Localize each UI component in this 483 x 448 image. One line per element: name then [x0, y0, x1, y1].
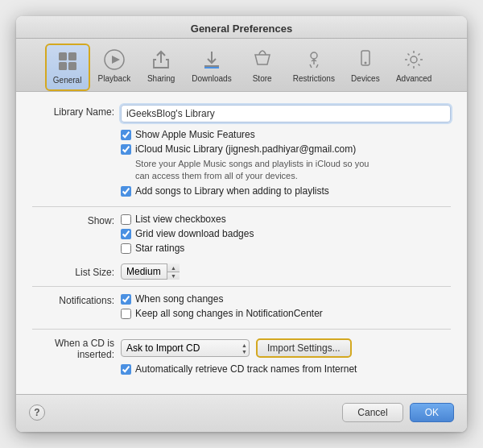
general-icon [55, 48, 80, 74]
tab-playback[interactable]: Playback [92, 44, 138, 91]
sharing-icon [148, 47, 174, 73]
tab-store-label: Store [253, 74, 272, 83]
options-row: Show Apple Music Features iCloud Music L… [32, 129, 451, 201]
when-song-checkbox[interactable] [121, 294, 131, 305]
tab-restrictions-label: Restrictions [293, 74, 335, 83]
devices-icon [353, 47, 378, 73]
tab-advanced[interactable]: Advanced [390, 44, 438, 91]
cd-select-wrap: Ask to Import CD Begin Playing Import CD… [121, 339, 250, 357]
grid-view-row: Grid view download badges [121, 228, 451, 239]
list-size-stepper: ▲ ▼ [167, 263, 180, 280]
svg-point-8 [364, 61, 366, 64]
tab-restrictions[interactable]: Restrictions [287, 44, 341, 91]
keep-all-label: Keep all song changes in NotificationCen… [135, 308, 323, 319]
library-name-label: Library Name: [32, 105, 121, 118]
show-content: List view checkboxes Grid view download … [121, 214, 451, 257]
svg-rect-0 [59, 52, 67, 60]
show-apple-music-checkbox[interactable] [121, 130, 131, 140]
keep-all-row: Keep all song changes in NotificationCen… [121, 308, 451, 319]
icloud-checkbox[interactable] [121, 144, 131, 155]
tab-downloads[interactable]: Downloads [185, 44, 237, 91]
list-view-label: List view checkboxes [135, 214, 226, 225]
downloads-icon [199, 47, 225, 73]
icloud-label: iCloud Music Library (jignesh.padhiyar@g… [135, 143, 356, 155]
show-row: Show: List view checkboxes Grid view dow… [32, 214, 451, 257]
when-song-row: When song changes [121, 293, 451, 305]
stepper-up[interactable]: ▲ [167, 263, 180, 272]
star-ratings-checkbox[interactable] [121, 243, 131, 254]
svg-point-9 [411, 56, 417, 63]
tab-general[interactable]: General [45, 44, 90, 91]
auto-retrieve-checkbox[interactable] [121, 364, 131, 375]
store-icon [250, 47, 275, 73]
tab-advanced-label: Advanced [396, 74, 431, 83]
ok-button[interactable]: OK [410, 403, 454, 422]
grid-view-label: Grid view download badges [135, 228, 254, 239]
titlebar: General Preferences [16, 16, 467, 39]
restrictions-icon [301, 47, 327, 73]
icloud-row: iCloud Music Library (jignesh.padhiyar@g… [121, 143, 451, 155]
tab-devices-label: Devices [351, 74, 380, 83]
notifications-row: Notifications: When song changes Keep al… [32, 293, 451, 322]
svg-point-6 [311, 52, 317, 59]
svg-rect-2 [59, 62, 67, 70]
cd-select[interactable]: Ask to Import CD Begin Playing Import CD… [121, 339, 250, 357]
list-size-row: List Size: Small Medium Large ▲ ▼ [32, 263, 451, 280]
advanced-icon [401, 47, 427, 73]
tab-general-label: General [53, 76, 82, 85]
cd-label: When a CD is inserted: [32, 336, 121, 360]
cd-content: Ask to Import CD Begin Playing Import CD… [121, 338, 451, 358]
notifications-label: Notifications: [32, 293, 121, 306]
tab-sharing-label: Sharing [147, 74, 175, 83]
show-apple-music-row: Show Apple Music Features [121, 129, 451, 140]
icloud-desc: Store your Apple Music songs and playlis… [135, 158, 451, 183]
add-songs-checkbox[interactable] [121, 186, 131, 197]
svg-rect-1 [68, 52, 76, 60]
cancel-button[interactable]: Cancel [342, 403, 402, 422]
bottom-bar: ? Cancel OK [16, 394, 467, 432]
window-title: General Preferences [191, 23, 292, 35]
library-name-row: Library Name: [32, 105, 451, 122]
preferences-window: General Preferences General Playb [16, 16, 467, 433]
list-size-content: Small Medium Large ▲ ▼ [121, 263, 451, 280]
auto-retrieve-label: Automatically retrieve CD track names fr… [135, 363, 357, 375]
divider-2 [32, 286, 451, 287]
show-apple-music-label: Show Apple Music Features [135, 129, 255, 140]
svg-marker-5 [112, 56, 120, 64]
add-songs-row: Add songs to Library when adding to play… [121, 185, 451, 197]
playback-icon [101, 47, 127, 73]
auto-retrieve-checkbox-row: Automatically retrieve CD track names fr… [121, 363, 451, 375]
content-area: Library Name: Show Apple Music Features … [16, 92, 467, 395]
help-button[interactable]: ? [29, 404, 45, 421]
keep-all-checkbox[interactable] [121, 309, 131, 319]
tab-sharing[interactable]: Sharing [138, 44, 184, 91]
options-content: Show Apple Music Features iCloud Music L… [121, 129, 451, 201]
when-song-label: When song changes [135, 293, 223, 305]
list-size-label: List Size: [32, 265, 121, 278]
notifications-content: When song changes Keep all song changes … [121, 293, 451, 322]
list-size-select-wrap: Small Medium Large ▲ ▼ [121, 263, 180, 280]
library-name-input[interactable] [121, 105, 451, 122]
tab-devices[interactable]: Devices [343, 44, 388, 91]
svg-rect-3 [68, 62, 76, 70]
tab-playback-label: Playback [98, 74, 131, 83]
star-ratings-label: Star ratings [135, 243, 184, 254]
stepper-down[interactable]: ▼ [167, 272, 180, 280]
library-name-content [121, 105, 451, 122]
auto-retrieve-row: Automatically retrieve CD track names fr… [32, 363, 451, 378]
divider-3 [32, 329, 451, 330]
cd-inserted-row: When a CD is inserted: Ask to Import CD … [32, 336, 451, 360]
list-view-row: List view checkboxes [121, 214, 451, 225]
star-ratings-row: Star ratings [121, 243, 451, 254]
import-settings-button[interactable]: Import Settings... [256, 338, 352, 358]
tab-store[interactable]: Store [240, 44, 285, 91]
grid-view-checkbox[interactable] [121, 229, 131, 239]
divider-1 [32, 206, 451, 207]
auto-retrieve-content: Automatically retrieve CD track names fr… [121, 363, 451, 378]
list-view-checkbox[interactable] [121, 214, 131, 225]
show-label: Show: [32, 214, 121, 226]
toolbar: General Playback Sharing [16, 39, 467, 92]
cd-controls: Ask to Import CD Begin Playing Import CD… [121, 338, 451, 358]
action-buttons: Cancel OK [342, 403, 454, 422]
add-songs-label: Add songs to Library when adding to play… [135, 185, 329, 197]
